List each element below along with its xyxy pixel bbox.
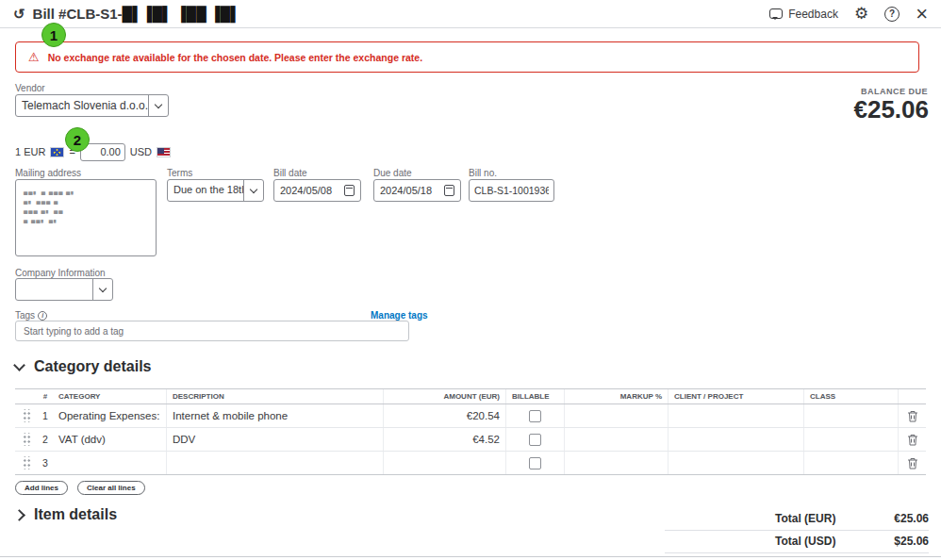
client-project-cell[interactable]: [668, 404, 803, 427]
drag-handle-icon[interactable]: [23, 433, 31, 446]
class-cell[interactable]: [803, 404, 898, 427]
address-line: ▄▄▖ ▄ ▄▄▄ ▄▖: [24, 187, 148, 196]
col-markup: MARKUP %: [564, 389, 668, 404]
help-icon[interactable]: ?: [884, 7, 900, 22]
total-usd-row: Total (USD) $25.06: [775, 535, 929, 548]
chevron-down-icon: [13, 359, 25, 371]
gear-icon[interactable]: ⚙: [854, 6, 868, 22]
balance-due-amount: €25.06: [853, 95, 929, 124]
clear-all-lines-button[interactable]: Clear all lines: [77, 481, 145, 495]
bill-date-field[interactable]: 2024/05/08: [273, 179, 361, 202]
drag-handle-icon[interactable]: [23, 409, 31, 422]
col-category: CATEGORY: [53, 389, 166, 404]
calendar-icon[interactable]: [444, 185, 454, 196]
trash-icon[interactable]: [907, 457, 918, 469]
mailing-address-label: Mailing address: [15, 168, 81, 178]
billable-checkbox[interactable]: [529, 457, 541, 469]
amount-cell[interactable]: [383, 452, 505, 474]
table-row: 2 VAT (ddv) DDV €4.52: [15, 428, 926, 452]
bill-no-input[interactable]: [469, 179, 554, 202]
category-cell[interactable]: Operating Expenses:: [53, 404, 166, 427]
description-cell[interactable]: [166, 452, 383, 474]
description-cell[interactable]: DDV: [166, 428, 383, 451]
chevron-right-icon: [13, 509, 25, 521]
client-project-cell[interactable]: [668, 428, 803, 451]
history-icon[interactable]: ↺: [13, 6, 25, 23]
chevron-down-icon: [155, 100, 162, 107]
company-info-label: Company Information: [15, 268, 106, 278]
client-project-cell[interactable]: [668, 452, 803, 474]
category-cell[interactable]: [53, 452, 166, 474]
col-description: DESCRIPTION: [166, 389, 383, 404]
row-number: 3: [38, 452, 53, 474]
close-icon[interactable]: ×: [916, 4, 928, 25]
terms-select[interactable]: Due on the 18th: [167, 179, 264, 202]
col-amount: AMOUNT (EUR): [383, 389, 505, 404]
header: ↺ Bill #CLB-S1-█▌▐█▌ ▐██ ▐█▌ Feedback ⚙ …: [0, 0, 941, 28]
warning-icon: ⚠: [28, 51, 40, 63]
item-details-header[interactable]: Item details: [15, 506, 117, 523]
vendor-label: Vendor: [15, 83, 45, 93]
category-cell[interactable]: VAT (ddv): [53, 428, 166, 451]
trash-icon[interactable]: [907, 410, 918, 422]
markup-cell[interactable]: [564, 452, 668, 474]
totals-divider: [665, 552, 929, 553]
info-icon[interactable]: i: [38, 311, 47, 321]
total-usd-label: Total (USD): [775, 535, 835, 548]
item-details-title: Item details: [34, 506, 117, 523]
vendor-dropdown-button[interactable]: [148, 95, 168, 116]
billable-checkbox[interactable]: [529, 434, 541, 446]
exchange-rate-row: 1 EUR = USD: [15, 140, 171, 163]
address-line: ▄▖ ▄▄▄ ▄: [24, 196, 148, 206]
exchange-quote-label: USD: [130, 146, 152, 157]
category-details-header[interactable]: Category details: [15, 358, 151, 375]
page-title: Bill #CLB-S1-█▌▐█▌ ▐██ ▐█▌: [33, 6, 240, 22]
total-eur-row: Total (EUR) €25.06: [775, 512, 929, 525]
amount-cell[interactable]: €4.52: [383, 428, 505, 451]
total-eur-value: €25.06: [894, 512, 929, 525]
due-date-value: 2024/05/18: [380, 185, 432, 196]
exchange-base-label: 1 EUR: [15, 146, 45, 157]
table-row: 3: [15, 452, 926, 475]
bill-date-label: Bill date: [273, 168, 307, 178]
manage-tags-link[interactable]: Manage tags: [371, 310, 428, 321]
amount-cell[interactable]: €20.54: [383, 404, 505, 427]
mailing-address-field[interactable]: ▄▄▖ ▄ ▄▄▄ ▄▖ ▄▖ ▄▄▄ ▄ ▄▄▄ ▄▖ ▄▄ ▄ ▄▄▖ ▄▖: [15, 179, 157, 256]
tags-label: Tags i: [15, 310, 47, 321]
add-lines-button[interactable]: Add lines: [15, 481, 68, 495]
company-info-value: [16, 279, 92, 300]
col-delete: [898, 389, 926, 404]
feedback-button[interactable]: Feedback: [769, 8, 838, 21]
markup-cell[interactable]: [564, 428, 668, 451]
company-info-dropdown-button[interactable]: [92, 279, 112, 300]
table-header-row: # CATEGORY DESCRIPTION AMOUNT (EUR) BILL…: [15, 388, 926, 404]
vendor-value: Telemach Slovenia d.o.o.: [16, 95, 148, 116]
drag-handle-icon[interactable]: [23, 456, 31, 469]
table-row: 1 Operating Expenses: Internet & mobile …: [15, 404, 926, 428]
terms-dropdown-button[interactable]: [243, 180, 263, 201]
description-cell[interactable]: Internet & mobile phone: [166, 404, 383, 427]
header-actions: Feedback ⚙ ? ×: [769, 4, 928, 25]
address-line: ▄ ▄▄▖ ▄▖: [24, 215, 148, 224]
calendar-icon[interactable]: [344, 185, 355, 196]
trash-icon[interactable]: [907, 434, 918, 446]
chevron-down-icon: [99, 284, 107, 291]
error-message: No exchange rate available for the chose…: [48, 52, 422, 63]
footer-divider: [0, 556, 941, 557]
class-cell[interactable]: [803, 452, 898, 474]
chevron-down-icon: [250, 185, 257, 192]
markup-cell[interactable]: [564, 404, 668, 427]
col-billable: BILLABLE: [505, 389, 564, 404]
vendor-select[interactable]: Telemach Slovenia d.o.o.: [15, 94, 169, 117]
error-banner: ⚠ No exchange rate available for the cho…: [15, 41, 919, 73]
totals-divider: [665, 530, 929, 531]
due-date-label: Due date: [373, 168, 412, 178]
col-num: #: [38, 389, 53, 404]
class-cell[interactable]: [803, 428, 898, 451]
due-date-field[interactable]: 2024/05/18: [373, 179, 461, 202]
tags-input[interactable]: [15, 321, 409, 341]
tags-label-text: Tags: [15, 310, 35, 321]
total-eur-label: Total (EUR): [775, 512, 835, 525]
billable-checkbox[interactable]: [529, 410, 541, 422]
company-info-select[interactable]: [15, 278, 113, 301]
